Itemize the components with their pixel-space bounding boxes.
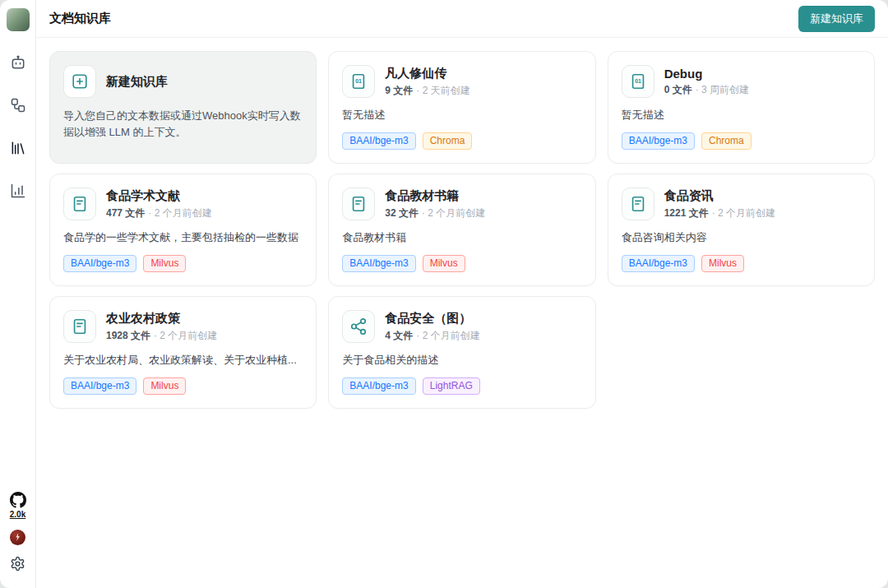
settings-gear-icon[interactable]: [10, 556, 25, 575]
library-icon[interactable]: [8, 138, 28, 158]
kb-card-description: 食品咨询相关内容: [622, 230, 861, 245]
github-link[interactable]: 2.0k: [10, 492, 26, 519]
kb-card-meta: 32 文件 · 2 个月前创建: [385, 206, 485, 220]
book-icon: [63, 188, 96, 220]
kb-file-count: 1221 文件: [664, 206, 709, 220]
kb-created-at: · 2 个月前创建: [154, 329, 217, 343]
kb-created-at: · 2 个月前创建: [712, 206, 775, 220]
embedding-model-tag: BAAI/bge-m3: [342, 255, 415, 272]
kb-file-count: 4 文件: [385, 329, 413, 343]
page-header: 文档知识库 新建知识库: [36, 0, 888, 38]
kb-card[interactable]: 农业农村政策 1928 文件 · 2 个月前创建 关于农业农村局、农业政策解读、…: [49, 296, 317, 409]
github-star-count[interactable]: 2.0k: [10, 510, 25, 519]
book-icon: [622, 188, 654, 220]
page-title: 文档知识库: [49, 11, 111, 26]
kb-card-description: 关于食品相关的描述: [342, 353, 581, 368]
embedding-model-tag: BAAI/bge-m3: [63, 255, 136, 272]
kb-card[interactable]: 食品学术文献 477 文件 · 2 个月前创建 食品学的一些学术文献，主要包括抽…: [49, 174, 317, 286]
bot-icon[interactable]: [8, 53, 28, 72]
book-icon: [342, 188, 375, 220]
kb-created-at: · 2 个月前创建: [148, 206, 211, 220]
graph-share-icon: [342, 310, 375, 343]
kb-file-count: 1928 文件: [106, 329, 150, 343]
kb-card-tags: BAAI/bge-m3 Chroma: [622, 132, 861, 150]
kb-created-at: · 2 天前创建: [416, 84, 469, 98]
vector-store-tag: Milvus: [423, 255, 465, 272]
kb-created-at: · 2 个月前创建: [422, 206, 485, 220]
kb-card-meta: 9 文件 · 2 天前创建: [385, 84, 469, 98]
kb-card-title: 食品教材书籍: [385, 188, 485, 204]
kb-file-count: 32 文件: [385, 206, 419, 220]
kb-file-count: 0 文件: [664, 83, 692, 97]
sidebar-bottom: 2.0k: [10, 492, 26, 575]
kb-card-description: 关于农业农村局、农业政策解读、关于农业种植...: [63, 353, 303, 368]
create-kb-card[interactable]: 新建知识库 导入您自己的文本数据或通过Webhook实时写入数据以增强 LLM …: [49, 51, 317, 164]
vector-store-tag: Milvus: [143, 377, 186, 395]
kb-card[interactable]: 01 Debug 0 文件 · 3 周前创建 暂无描述 BAAI/bge-m3: [608, 51, 875, 164]
svg-text:01: 01: [356, 78, 363, 84]
vector-store-tag: Chroma: [423, 132, 473, 150]
kb-card-tags: BAAI/bge-m3 Milvus: [63, 377, 303, 395]
svg-text:01: 01: [635, 78, 641, 84]
new-knowledge-base-button[interactable]: 新建知识库: [798, 6, 875, 32]
content-area: 文档知识库 新建知识库 新建知识库 导入您自己的文本数据或通过Webhook实时…: [36, 0, 888, 588]
kb-file-count: 9 文件: [385, 84, 413, 98]
app-window: 2.0k 文档知识库 新建知识库: [0, 0, 888, 588]
workflow-icon[interactable]: [8, 95, 28, 115]
kb-card-description: 食品教材书籍: [342, 230, 581, 245]
kb-card-tags: BAAI/bge-m3 Chroma: [342, 132, 581, 150]
main-panel: 新建知识库 导入您自己的文本数据或通过Webhook实时写入数据以增强 LLM …: [36, 38, 888, 588]
kb-file-count: 477 文件: [106, 206, 145, 220]
embedding-model-tag: BAAI/bge-m3: [622, 255, 695, 272]
kb-card-meta: 1221 文件 · 2 个月前创建: [664, 206, 775, 220]
document-01-icon: 01: [622, 65, 654, 98]
vector-store-tag: Milvus: [143, 255, 186, 272]
create-kb-description: 导入您自己的文本数据或通过Webhook实时写入数据以增强 LLM 的上下文。: [63, 108, 303, 141]
kb-created-at: · 3 周前创建: [696, 83, 749, 97]
rag-engine-tag: LightRAG: [423, 377, 480, 395]
kb-card-tags: BAAI/bge-m3 LightRAG: [342, 377, 581, 395]
kb-card-title: Debug: [664, 67, 749, 81]
kb-card[interactable]: 食品资讯 1221 文件 · 2 个月前创建 食品咨询相关内容 BAAI/bge…: [608, 174, 875, 286]
kb-card-description: 食品学的一些学术文献，主要包括抽检的一些数据: [63, 230, 303, 245]
avatar[interactable]: [7, 8, 30, 31]
vector-store-tag: Chroma: [701, 132, 752, 150]
kb-card[interactable]: 01 凡人修仙传 9 文件 · 2 天前创建 暂无描述 BAAI/bge-m3: [328, 51, 595, 164]
embedding-model-tag: BAAI/bge-m3: [342, 377, 415, 395]
kb-card-title: 食品资讯: [664, 188, 775, 204]
vector-store-tag: Milvus: [701, 255, 744, 272]
kb-card-meta: 4 文件 · 2 个月前创建: [385, 329, 479, 343]
document-01-icon: 01: [342, 65, 375, 98]
embedding-model-tag: BAAI/bge-m3: [622, 132, 695, 150]
community-logo-icon[interactable]: [10, 530, 25, 545]
import-plus-icon: [63, 65, 96, 98]
embedding-model-tag: BAAI/bge-m3: [63, 377, 136, 395]
knowledge-base-grid: 新建知识库 导入您自己的文本数据或通过Webhook实时写入数据以增强 LLM …: [49, 51, 875, 409]
kb-card[interactable]: 食品安全（图） 4 文件 · 2 个月前创建 关于食品相关的描述 BAAI/bg…: [328, 296, 595, 409]
kb-card-tags: BAAI/bge-m3 Milvus: [622, 255, 861, 272]
kb-card[interactable]: 食品教材书籍 32 文件 · 2 个月前创建 食品教材书籍 BAAI/bge-m…: [328, 174, 595, 286]
kb-card-tags: BAAI/bge-m3 Milvus: [342, 255, 581, 272]
kb-card-title: 凡人修仙传: [385, 66, 469, 81]
kb-card-meta: 477 文件 · 2 个月前创建: [106, 206, 212, 220]
sidebar: 2.0k: [0, 0, 36, 588]
kb-card-description: 暂无描述: [622, 108, 861, 123]
kb-card-title: 食品学术文献: [106, 188, 212, 204]
kb-card-title: 农业农村政策: [106, 311, 217, 326]
book-icon: [63, 310, 96, 343]
embedding-model-tag: BAAI/bge-m3: [342, 132, 415, 150]
kb-card-meta: 0 文件 · 3 周前创建: [664, 83, 749, 97]
kb-card-meta: 1928 文件 · 2 个月前创建: [106, 329, 217, 343]
create-kb-title: 新建知识库: [106, 74, 168, 90]
kb-created-at: · 2 个月前创建: [416, 329, 479, 343]
kb-card-description: 暂无描述: [342, 108, 581, 123]
bar-chart-icon[interactable]: [8, 181, 28, 201]
kb-card-title: 食品安全（图）: [385, 311, 479, 326]
kb-card-tags: BAAI/bge-m3 Milvus: [63, 255, 303, 272]
github-icon: [10, 492, 26, 508]
